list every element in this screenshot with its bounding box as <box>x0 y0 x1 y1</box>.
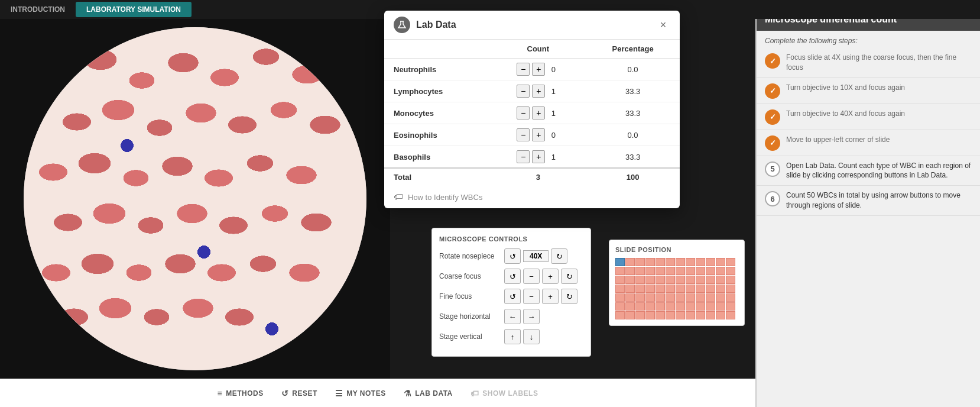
slide-cell[interactable] <box>625 285 635 293</box>
slide-cell[interactable] <box>645 311 655 319</box>
slide-cell[interactable] <box>676 267 685 275</box>
slide-cell[interactable] <box>716 258 725 266</box>
slide-cell[interactable] <box>645 293 655 302</box>
increment-lymphocytes-button[interactable]: + <box>532 85 545 98</box>
tab-introduction[interactable]: INTRODUCTION <box>0 2 76 17</box>
slide-cell[interactable] <box>666 276 675 284</box>
slide-cell[interactable] <box>656 293 665 302</box>
fine-minus-button[interactable]: − <box>523 289 540 304</box>
increment-basophils-button[interactable]: + <box>532 150 545 163</box>
slide-cell[interactable] <box>666 311 675 319</box>
slide-cell[interactable] <box>696 302 705 311</box>
slide-cell[interactable] <box>635 302 645 311</box>
slide-cell[interactable] <box>716 276 725 284</box>
fine-rotate-left-button[interactable]: ↺ <box>504 289 521 304</box>
slide-cell[interactable] <box>635 276 645 284</box>
slide-cell[interactable] <box>635 285 645 293</box>
slide-cell[interactable] <box>706 293 715 302</box>
my-notes-button[interactable]: ☰ MY NOTES <box>335 389 386 398</box>
slide-cell[interactable] <box>615 258 625 266</box>
slide-cell[interactable] <box>716 293 725 302</box>
slide-cell[interactable] <box>625 276 635 284</box>
rotate-right-button[interactable]: ↻ <box>551 248 567 264</box>
slide-cell[interactable] <box>706 302 715 311</box>
slide-cell[interactable] <box>686 276 695 284</box>
slide-cell[interactable] <box>666 285 675 293</box>
slide-cell[interactable] <box>635 258 645 266</box>
slide-cell[interactable] <box>666 258 675 266</box>
slide-cell[interactable] <box>706 267 715 275</box>
slide-cell[interactable] <box>696 267 705 275</box>
slide-cell[interactable] <box>615 311 625 319</box>
slide-cell[interactable] <box>676 276 685 284</box>
stage-right-button[interactable]: → <box>523 309 540 324</box>
stage-left-button[interactable]: ← <box>504 309 521 324</box>
reset-button[interactable]: ↺ RESET <box>281 389 317 398</box>
slide-cell[interactable] <box>615 285 625 293</box>
slide-cell[interactable] <box>686 258 695 266</box>
decrement-monocytes-button[interactable]: − <box>517 106 530 119</box>
stage-down-button[interactable]: ↓ <box>523 329 540 344</box>
slide-cell[interactable] <box>716 302 725 311</box>
coarse-rotate-right-button[interactable]: ↻ <box>561 269 577 284</box>
slide-cell[interactable] <box>615 302 625 311</box>
slide-cell[interactable] <box>676 285 685 293</box>
increment-neutrophils-button[interactable]: + <box>532 63 545 76</box>
slide-cell[interactable] <box>615 276 625 284</box>
slide-cell[interactable] <box>726 267 735 275</box>
slide-cell[interactable] <box>635 311 645 319</box>
slide-cell[interactable] <box>656 302 665 311</box>
slide-cell[interactable] <box>615 267 625 275</box>
slide-cell[interactable] <box>645 276 655 284</box>
slide-cell[interactable] <box>696 258 705 266</box>
slide-cell[interactable] <box>635 293 645 302</box>
rotate-left-button[interactable]: ↺ <box>504 248 521 264</box>
slide-cell[interactable] <box>726 302 735 311</box>
slide-cell[interactable] <box>656 276 665 284</box>
decrement-basophils-button[interactable]: − <box>517 150 530 163</box>
slide-cell[interactable] <box>645 258 655 266</box>
methods-button[interactable]: ≡ METHODS <box>218 389 264 398</box>
lab-data-button[interactable]: ⚗ LAB DATA <box>404 389 453 398</box>
stage-up-button[interactable]: ↑ <box>504 329 521 344</box>
modal-close-button[interactable]: × <box>656 18 670 32</box>
slide-cell[interactable] <box>676 293 685 302</box>
slide-cell[interactable] <box>716 285 725 293</box>
slide-cell[interactable] <box>635 267 645 275</box>
slide-cell[interactable] <box>686 285 695 293</box>
slide-cell[interactable] <box>706 276 715 284</box>
slide-cell[interactable] <box>726 285 735 293</box>
slide-cell[interactable] <box>726 293 735 302</box>
slide-cell[interactable] <box>645 302 655 311</box>
slide-cell[interactable] <box>706 311 715 319</box>
slide-cell[interactable] <box>696 285 705 293</box>
slide-cell[interactable] <box>676 302 685 311</box>
decrement-neutrophils-button[interactable]: − <box>517 63 530 76</box>
slide-cell[interactable] <box>656 311 665 319</box>
slide-cell[interactable] <box>625 302 635 311</box>
slide-cell[interactable] <box>645 285 655 293</box>
slide-cell[interactable] <box>666 302 675 311</box>
slide-cell[interactable] <box>656 258 665 266</box>
fine-rotate-right-button[interactable]: ↻ <box>561 289 577 304</box>
slide-cell[interactable] <box>615 293 625 302</box>
coarse-minus-button[interactable]: − <box>523 269 540 284</box>
fine-plus-button[interactable]: + <box>542 289 559 304</box>
slide-cell[interactable] <box>645 267 655 275</box>
slide-cell[interactable] <box>666 293 675 302</box>
slide-cell[interactable] <box>706 285 715 293</box>
slide-cell[interactable] <box>696 276 705 284</box>
slide-cell[interactable] <box>625 311 635 319</box>
slide-cell[interactable] <box>686 311 695 319</box>
slide-cell[interactable] <box>686 267 695 275</box>
slide-cell[interactable] <box>686 293 695 302</box>
coarse-rotate-left-button[interactable]: ↺ <box>504 269 521 284</box>
slide-cell[interactable] <box>706 258 715 266</box>
increment-monocytes-button[interactable]: + <box>532 106 545 119</box>
slide-cell[interactable] <box>716 267 725 275</box>
slide-cell[interactable] <box>726 311 735 319</box>
coarse-plus-button[interactable]: + <box>542 269 559 284</box>
slide-cell[interactable] <box>676 311 685 319</box>
increment-eosinophils-button[interactable]: + <box>532 128 545 141</box>
slide-cell[interactable] <box>686 302 695 311</box>
